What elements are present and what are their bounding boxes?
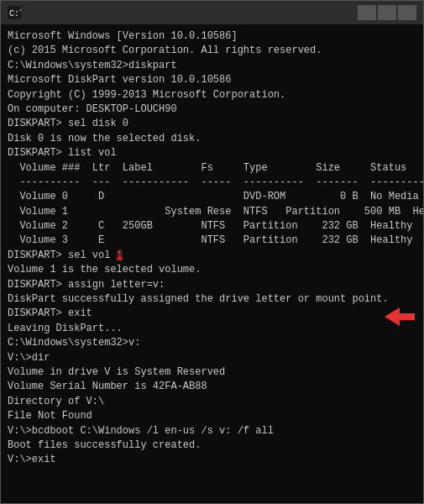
console-line: ---------- --- ----------- ----- -------… (8, 176, 416, 190)
console-line: DISKPART> sel disk 0 (8, 117, 416, 131)
console-line: Volume 1 is the selected volume. (8, 263, 416, 277)
console-line: DISKPART> sel vol 1 (8, 249, 416, 263)
console-line: Volume Serial Number is 42FA-AB88 (8, 380, 416, 394)
console-line: Boot files successfully created. (8, 438, 416, 453)
title-bar: C:\ (1, 1, 423, 24)
console-line: Volume 2 C 250GB NTFS Partition 232 GB H… (8, 219, 416, 234)
console-line: V:\>exit (8, 453, 416, 467)
console-line: Directory of V:\ (8, 395, 416, 409)
console-line: Volume ### Ltr Label Fs Type Size Status… (8, 161, 416, 176)
console-line: File Not Found (8, 409, 416, 423)
svg-marker-2 (385, 307, 415, 326)
minimize-button[interactable] (358, 5, 376, 20)
title-bar-controls (358, 5, 416, 20)
console-line: DISKPART> assign letter=v: (8, 278, 416, 292)
red-arrow (385, 307, 415, 326)
console-line: V:\>dir (8, 351, 416, 365)
console-line: Disk 0 is now the selected disk. (8, 132, 416, 146)
console-line: Copyright (C) 1999-2013 Microsoft Corpor… (8, 88, 416, 102)
console-line: DiskPart successfully assigned the drive… (8, 292, 416, 307)
console-area[interactable]: Microsoft Windows [Version 10.0.10586](c… (1, 24, 423, 503)
maximize-button[interactable] (378, 5, 396, 20)
console-line: (c) 2015 Microsoft Corporation. All righ… (8, 44, 416, 58)
title-bar-left: C:\ (8, 6, 26, 19)
console-line: Volume in drive V is System Reserved (8, 365, 416, 380)
console-line: Volume 1 System Rese NTFS Partition 500 … (8, 205, 416, 219)
console-line: DISKPART> exit (8, 307, 416, 321)
console-line: Microsoft Windows [Version 10.0.10586] (8, 29, 416, 44)
console-line: Microsoft DiskPart version 10.0.10586 (8, 73, 416, 87)
svg-text:C:\: C:\ (9, 9, 21, 18)
console-line: Leaving DiskPart... (8, 322, 416, 336)
close-button[interactable] (398, 5, 416, 20)
console-line: C:\Windows\system32>v: (8, 336, 416, 350)
sel-vol-highlight: 1 (117, 249, 123, 261)
console-line: On computer: DESKTOP-LOUCH90 (8, 102, 416, 117)
console-line: C:\Windows\system32>diskpart (8, 59, 416, 73)
console-line: Volume 3 E NTFS Partition 232 GB Healthy (8, 234, 416, 248)
console-line: DISKPART> list vol (8, 146, 416, 160)
cmd-icon: C:\ (8, 6, 21, 19)
console-line: V:\>bcdboot C:\Windows /l en-us /s v: /f… (8, 424, 416, 438)
window: C:\ Microsoft Windows [Version 10.0.1058… (0, 0, 424, 504)
console-line: Volume 0 D DVD-ROM 0 B No Media (8, 190, 416, 204)
